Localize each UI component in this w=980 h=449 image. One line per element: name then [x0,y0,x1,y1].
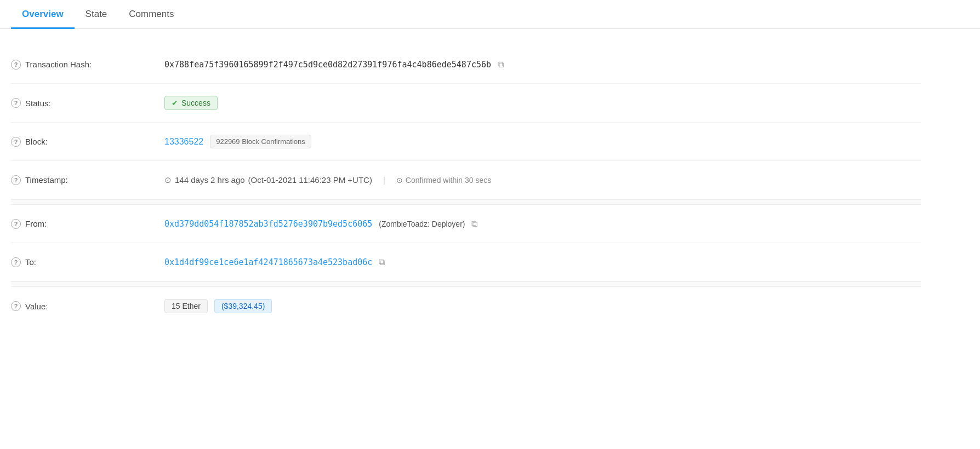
transaction-hash-value-col: 0x788fea75f3960165899f2f497c5d9ce0d82d27… [164,60,921,70]
block-value-col: 13336522 922969 Block Confirmations [164,135,921,148]
to-value-col: 0x1d4df99ce1ce6e1af42471865673a4e523bad0… [164,257,921,267]
from-copy-icon[interactable]: ⧉ [471,219,477,229]
block-label: Block: [25,137,48,146]
to-label: To: [25,257,36,267]
usd-value-badge: ($39,324.45) [214,299,272,313]
to-help-icon[interactable]: ? [11,257,21,267]
status-value: Success [181,99,210,107]
status-help-icon[interactable]: ? [11,98,21,108]
to-row: ? To: 0x1d4df99ce1ce6e1af42471865673a4e5… [11,243,921,281]
timestamp-label-col: ? Timestamp: [11,175,164,185]
timestamp-text: ⊙ 144 days 2 hrs ago (Oct-01-2021 11:46:… [164,175,372,185]
check-icon: ✔ [172,99,178,107]
timestamp-value-col: ⊙ 144 days 2 hrs ago (Oct-01-2021 11:46:… [164,175,921,185]
transaction-hash-help-icon[interactable]: ? [11,60,21,70]
value-help-icon[interactable]: ? [11,301,21,311]
status-label: Status: [25,99,51,108]
status-badge: ✔ Success [164,96,218,110]
status-label-col: ? Status: [11,98,164,108]
value-row: ? Value: 15 Ether ($39,324.45) [11,287,921,325]
from-value-col: 0xd379dd054f187852ab3fd5276e3907b9ed5c60… [164,219,921,229]
confirmed-value: Confirmed within 30 secs [406,176,491,185]
transaction-hash-label-col: ? Transaction Hash: [11,60,164,70]
from-tag: (ZombieToadz: Deployer) [379,220,465,228]
timestamp-date: (Oct-01-2021 11:46:23 PM +UTC) [248,175,372,185]
confirmations-badge: 922969 Block Confirmations [210,135,311,148]
to-copy-icon[interactable]: ⧉ [379,257,385,267]
confirmed-text: ⊙ Confirmed within 30 secs [396,176,491,185]
from-row: ? From: 0xd379dd054f187852ab3fd5276e3907… [11,205,921,243]
from-help-icon[interactable]: ? [11,219,21,229]
transaction-hash-copy-icon[interactable]: ⧉ [498,60,504,70]
to-label-col: ? To: [11,257,164,267]
value-label: Value: [25,302,48,311]
from-address-link[interactable]: 0xd379dd054f187852ab3fd5276e3907b9ed5c60… [164,219,372,229]
main-content: ? Transaction Hash: 0x788fea75f396016589… [0,29,932,342]
value-value-col: 15 Ether ($39,324.45) [164,299,921,313]
transaction-hash-label: Transaction Hash: [25,60,92,69]
info-icon: ⊙ [396,176,403,185]
to-address-link[interactable]: 0x1d4df99ce1ce6e1af42471865673a4e523bad0… [164,257,372,267]
transaction-hash-value: 0x788fea75f3960165899f2f497c5d9ce0d82d27… [164,60,491,70]
block-help-icon[interactable]: ? [11,137,21,147]
section-separator [11,199,921,205]
timestamp-divider: | [383,175,385,185]
block-label-col: ? Block: [11,137,164,147]
value-label-col: ? Value: [11,301,164,311]
tab-comments[interactable]: Comments [118,0,185,28]
from-label: From: [25,219,47,228]
ether-value-badge: 15 Ether [164,299,208,313]
timestamp-help-icon[interactable]: ? [11,175,21,185]
status-value-col: ✔ Success [164,96,921,110]
from-label-col: ? From: [11,219,164,229]
timestamp-ago: 144 days 2 hrs ago [175,175,245,185]
clock-icon: ⊙ [164,175,172,185]
section-separator-2 [11,281,921,287]
tab-overview[interactable]: Overview [11,0,75,28]
timestamp-label: Timestamp: [25,175,68,185]
timestamp-row: ? Timestamp: ⊙ 144 days 2 hrs ago (Oct-0… [11,161,921,199]
transaction-hash-row: ? Transaction Hash: 0x788fea75f396016589… [11,45,921,84]
tabs-container: Overview State Comments [0,0,980,29]
block-row: ? Block: 13336522 922969 Block Confirmat… [11,123,921,161]
tab-state[interactable]: State [75,0,118,28]
block-number-link[interactable]: 13336522 [164,137,203,147]
status-row: ? Status: ✔ Success [11,84,921,123]
